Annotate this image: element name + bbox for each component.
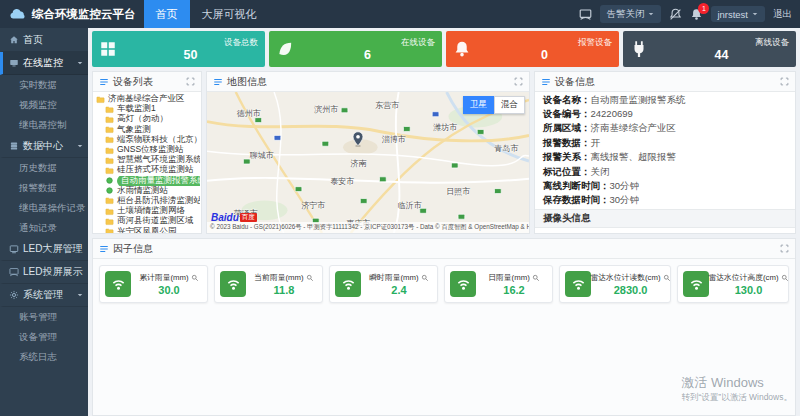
user-menu[interactable]: jnrstest [711, 6, 765, 22]
search-icon[interactable] [191, 274, 199, 282]
camera-info-section[interactable]: 摄像头信息 [535, 209, 795, 228]
tree-item[interactable]: 兴宁区凤凰公园 [94, 226, 200, 233]
info-value: 离线报警、超限报警 [591, 151, 677, 162]
tree-item[interactable]: 高灯（勿动） [94, 114, 200, 124]
device-info-row: 报警关系：离线报警、超限报警 [535, 150, 795, 164]
sidebar-item-video-monitoring[interactable]: 视频监控 [0, 95, 88, 115]
username: jnrstest [717, 9, 748, 20]
search-icon[interactable] [663, 274, 671, 282]
folder-icon [96, 95, 105, 104]
expand-icon[interactable] [780, 244, 789, 253]
sidebar-item-system-management[interactable]: 系统管理 [0, 284, 88, 307]
tree-item[interactable]: 硅压挤式环境监测站 [94, 165, 200, 175]
app-title: 综合环境监控云平台 [32, 7, 136, 22]
logout-button[interactable]: 退出 [773, 8, 792, 21]
factor-value: 130.0 [735, 285, 763, 296]
signal-icon [335, 271, 361, 297]
tree-item[interactable]: 智慧燃气环境监测系统 [94, 155, 200, 165]
factor-card[interactable]: 累计雨量(mm)30.0 [99, 265, 208, 303]
tree-item[interactable]: 端泵物联科技（北京） [94, 135, 200, 145]
map-mode-satellite-button[interactable]: 卫星 [463, 96, 494, 114]
nav-item-big-screen[interactable]: 大屏可视化 [190, 0, 269, 28]
sidebar-item-label: 数据中心 [23, 139, 63, 153]
expand-icon[interactable] [780, 77, 789, 86]
factor-card[interactable]: 日雨量(mm)16.2 [444, 265, 553, 303]
map-mode-hybrid-button[interactable]: 混合 [494, 96, 525, 114]
sidebar-item-online-monitoring[interactable]: 在线监控 [0, 52, 88, 75]
sidebar-item-label: 账号管理 [19, 311, 57, 324]
factor-label: 日雨量(mm) [488, 272, 530, 283]
folder-icon [105, 227, 114, 233]
expand-icon[interactable] [514, 77, 523, 86]
map-marker-icon[interactable] [350, 130, 367, 147]
device-info-panel-header: 设备信息 [535, 72, 795, 92]
info-label: 保存数据时间： [543, 194, 610, 205]
map[interactable]: 德州市滨州市东营市潍坊市青岛市淄博市聊城市济南泰安市济宁市菏泽市枣庄市临沂市日照… [207, 92, 529, 233]
expand-icon[interactable] [186, 77, 195, 86]
tree-item[interactable]: 车载监测1 [94, 104, 200, 114]
stat-label: 报警设备 [578, 37, 612, 49]
factor-card[interactable]: 当前雨量(mm)11.8 [214, 265, 323, 303]
map-panel-header: 地图信息 [207, 72, 529, 92]
sidebar-item-history-data[interactable]: 历史数据 [0, 158, 88, 178]
tree-item-label: 端泵物联科技（北京） [117, 135, 200, 145]
tree-item[interactable]: GNSS位移监测站 [94, 145, 200, 155]
sidebar-item-realtime-data[interactable]: 实时数据 [0, 75, 88, 95]
leaf-icon [276, 40, 294, 58]
tree-item[interactable]: 济南基绿综合产业区 [94, 94, 200, 104]
sidebar-item-led-projection-display[interactable]: LED投屏展示 [0, 261, 88, 284]
nav-item-home[interactable]: 首页 [144, 0, 190, 28]
info-label: 标记位置： [543, 166, 591, 177]
factor-label: 瞬时雨量(mm) [369, 272, 418, 283]
search-icon[interactable] [532, 274, 540, 282]
device-info-panel: 设备信息 设备名称：自动雨量监测报警系统设备编号：24220699所属区域：济南… [534, 71, 796, 234]
alarm-toggle-dropdown[interactable]: 告警关闭 [600, 5, 661, 23]
factor-card[interactable]: 雷达水位计高度(cm)130.0 [677, 265, 789, 303]
tree-item[interactable]: 土壤墒情监测网络 [94, 206, 200, 216]
info-label: 报警数据： [543, 137, 591, 148]
search-icon[interactable] [421, 274, 429, 282]
folder-icon [105, 196, 114, 205]
sidebar-item-system-log[interactable]: 系统日志 [0, 347, 88, 367]
tree-item[interactable]: 水雨情监测站 [94, 186, 200, 196]
plug-icon [630, 40, 648, 58]
sidebar-item-relay-operation-log[interactable]: 继电器操作记录 [0, 198, 88, 218]
factor-card[interactable]: 瞬时雨量(mm)2.4 [329, 265, 438, 303]
sidebar-item-alarm-data[interactable]: 报警数据 [0, 178, 88, 198]
sidebar-item-label: 通知记录 [19, 222, 57, 235]
sidebar-item-account-management[interactable]: 账号管理 [0, 307, 88, 327]
cast-icon[interactable] [579, 8, 592, 21]
notifications-button[interactable]: 1 [690, 8, 703, 21]
sidebar-item-home[interactable]: 首页 [0, 29, 88, 52]
sidebar-item-led-screen-management[interactable]: LED大屏管理 [0, 238, 88, 261]
alarm-devices-card: 报警设备0 [446, 31, 619, 67]
folder-icon [105, 115, 114, 124]
sidebar-item-data-center[interactable]: 数据中心 [0, 135, 88, 158]
tree-item[interactable]: 商河县街道监测区域 [94, 216, 200, 226]
tree-item[interactable]: 气象监测 [94, 125, 200, 135]
sidebar-item-device-management[interactable]: 设备管理 [0, 327, 88, 347]
sidebar-item-label: 在线监控 [23, 56, 63, 70]
list-icon [541, 77, 551, 87]
search-icon[interactable] [306, 274, 314, 282]
device-list-panel-header: 设备列表 [93, 72, 201, 92]
tree-item[interactable]: 桓台县防汛排涝监测站 [94, 196, 200, 206]
factor-title-row: 当前雨量(mm) [254, 272, 313, 283]
factor-value: 11.8 [274, 285, 295, 296]
sidebar: 首页在线监控实时数据视频监控继电器控制数据中心历史数据报警数据继电器操作记录通知… [0, 28, 88, 416]
sidebar-item-relay-control[interactable]: 继电器控制 [0, 115, 88, 135]
tree-item-label: 自动雨量监测报警系统 [117, 176, 200, 186]
factor-value: 2830.0 [614, 285, 648, 296]
signal-icon [683, 271, 709, 297]
sidebar-item-notification-log[interactable]: 通知记录 [0, 218, 88, 238]
mute-icon[interactable] [669, 8, 682, 21]
sidebar-item-label: 历史数据 [19, 162, 57, 175]
tree-item[interactable]: 自动雨量监测报警系统 [94, 176, 200, 186]
tree-item-label: GNSS位移监测站 [117, 145, 184, 155]
main-content: 设备总数50在线设备6报警设备0离线设备44 设备列表 济南基绿综合产业区车载监… [88, 28, 800, 416]
factor-card[interactable]: 雷达水位计读数(cm)2830.0 [559, 265, 671, 303]
info-label: 离线判断时间： [543, 180, 610, 191]
info-value: 30分钟 [610, 194, 640, 205]
search-icon[interactable] [781, 274, 789, 282]
device-list-panel: 设备列表 济南基绿综合产业区车载监测1高灯（勿动）气象监测端泵物联科技（北京）G… [92, 71, 202, 234]
